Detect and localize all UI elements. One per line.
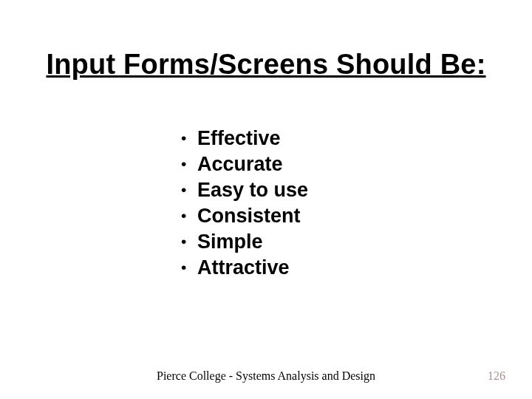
slide-title: Input Forms/Screens Should Be: xyxy=(24,49,508,81)
footer-text: Pierce College - Systems Analysis and De… xyxy=(0,369,532,383)
bullet-list: Effective Accurate Easy to use Consisten… xyxy=(175,126,308,282)
page-number: 126 xyxy=(488,369,505,383)
list-item: Consistent xyxy=(175,203,308,229)
slide: Input Forms/Screens Should Be: Effective… xyxy=(0,0,532,399)
list-item: Easy to use xyxy=(175,177,308,203)
list-item: Simple xyxy=(175,229,308,255)
list-item: Effective xyxy=(175,126,308,151)
list-item: Attractive xyxy=(175,255,308,281)
list-item: Accurate xyxy=(175,151,308,177)
